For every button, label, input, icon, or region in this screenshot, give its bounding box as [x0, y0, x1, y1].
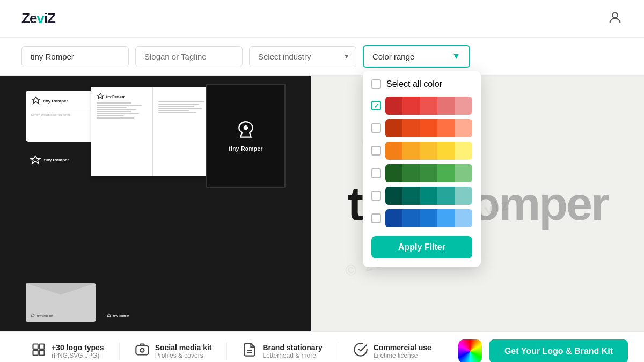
- swatch-teal-5: [455, 187, 472, 205]
- feature-commercial: Commercial use Lifetime license: [338, 342, 447, 360]
- file-icon: [242, 342, 257, 360]
- checkbox-teal[interactable]: [371, 191, 381, 201]
- apply-filter-button[interactable]: Apply Filter: [371, 236, 472, 258]
- color-range-label: Color range: [372, 52, 414, 61]
- card-dark-brand: tiny Romper: [44, 158, 69, 162]
- select-all-header: Select all color: [371, 79, 472, 89]
- svg-rect-5: [39, 350, 44, 355]
- swatch-blue-4: [437, 209, 455, 227]
- swatch-blue-3: [420, 209, 437, 227]
- swatch-yellow-2: [402, 142, 420, 160]
- notebook-brand: tiny Romper: [229, 146, 263, 152]
- slogan-input[interactable]: [135, 46, 243, 67]
- swatch-group-orange[interactable]: [385, 119, 472, 137]
- feature-commercial-subtitle: Lifetime license: [374, 352, 431, 359]
- swatch-yellow-5: [455, 142, 472, 160]
- feature-stationary-subtitle: Letterhead & more: [262, 352, 322, 359]
- svg-rect-6: [136, 346, 148, 354]
- color-row-yellow: [371, 142, 472, 160]
- notebook-dark: tiny Romper: [206, 84, 286, 188]
- select-all-label: Select all color: [386, 79, 442, 89]
- checkbox-yellow[interactable]: [371, 146, 381, 156]
- preview-left: tiny Romper Lorem ipsum dolor sit amet t…: [0, 76, 311, 331]
- main-content: tiny Romper Lorem ipsum dolor sit amet t…: [0, 76, 644, 331]
- grid-icon: [31, 342, 46, 360]
- feature-logo-types-subtitle: (PNG,SVG,JPG): [52, 352, 104, 359]
- industry-select[interactable]: Select industry Technology Fashion Food: [249, 46, 356, 67]
- svg-point-1: [244, 126, 247, 129]
- swatch-yellow-1: [385, 142, 402, 160]
- color-row-orange: [371, 119, 472, 137]
- swatch-teal-1: [385, 187, 402, 205]
- swatch-yellow-3: [420, 142, 437, 160]
- swatch-orange-5: [455, 119, 472, 137]
- swatch-orange-1: [385, 119, 402, 137]
- swatch-group-teal[interactable]: [385, 187, 472, 205]
- swatch-blue-1: [385, 209, 402, 227]
- envelope-group: tiny Romper: [26, 283, 96, 322]
- swatch-green-4: [437, 164, 455, 182]
- select-all-checkbox[interactable]: [371, 79, 381, 89]
- svg-point-7: [140, 348, 144, 352]
- feature-social-text: Social media kit Profiles & covers: [155, 343, 212, 359]
- swatch-group-red[interactable]: [385, 97, 472, 115]
- camera-icon: [135, 342, 150, 360]
- swatch-yellow-4: [437, 142, 455, 160]
- swatch-group-yellow[interactable]: [385, 142, 472, 160]
- swatch-green-2: [402, 164, 420, 182]
- feature-logo-types-title: +30 logo types: [52, 343, 104, 352]
- swatch-blue-2: [402, 209, 420, 227]
- bottom-bar: +30 logo types (PNG,SVG,JPG) Social medi…: [0, 331, 644, 362]
- swatch-blue-5: [455, 209, 472, 227]
- color-dropdown: Select all color: [363, 71, 481, 267]
- cta-section: Get Your Logo & Brand Kit: [458, 339, 628, 363]
- swatch-green-1: [385, 164, 402, 182]
- swatch-red-1: [385, 97, 402, 115]
- brand-name-input[interactable]: [21, 46, 129, 67]
- swatch-red-2: [402, 97, 420, 115]
- swatch-red-5: [455, 97, 472, 115]
- brand-preview-text-fade: omper: [471, 176, 608, 231]
- card-brand-name: tiny Romper: [43, 99, 68, 104]
- feature-stationary-text: Brand stationary Letterhead & more: [262, 343, 322, 359]
- check-circle-icon: [353, 342, 368, 360]
- svg-rect-3: [39, 344, 44, 349]
- user-icon[interactable]: [608, 10, 623, 27]
- color-range-dropdown-wrapper: Color range ▼ Select all color: [363, 45, 470, 68]
- swatch-orange-3: [420, 119, 437, 137]
- feature-commercial-title: Commercial use: [374, 343, 431, 352]
- header: ZeviZ: [0, 0, 644, 38]
- swatch-group-green[interactable]: [385, 164, 472, 182]
- svg-rect-2: [33, 344, 38, 349]
- swatch-group-blue[interactable]: [385, 209, 472, 227]
- checkbox-green[interactable]: [371, 168, 381, 178]
- feature-logo-types: +30 logo types (PNG,SVG,JPG): [16, 342, 120, 360]
- swatch-teal-3: [420, 187, 437, 205]
- feature-stationary-title: Brand stationary: [262, 343, 322, 352]
- swatch-red-4: [437, 97, 455, 115]
- swatch-green-3: [420, 164, 437, 182]
- checkbox-red[interactable]: [371, 101, 381, 110]
- swatch-teal-4: [437, 187, 455, 205]
- checkbox-blue[interactable]: [371, 213, 381, 223]
- color-row-teal: [371, 187, 472, 205]
- cta-button[interactable]: Get Your Logo & Brand Kit: [489, 339, 628, 363]
- industry-dropdown-wrapper: Select industry Technology Fashion Food …: [249, 46, 356, 67]
- search-bar: Select industry Technology Fashion Food …: [0, 38, 644, 76]
- color-range-chevron-icon: ▼: [452, 51, 460, 61]
- swatch-green-5: [455, 164, 472, 182]
- color-range-button[interactable]: Color range ▼: [363, 45, 470, 68]
- color-row-blue: [371, 209, 472, 227]
- letterhead-open: tiny Romper: [91, 87, 215, 176]
- mockup-container: tiny Romper Lorem ipsum dolor sit amet t…: [0, 76, 311, 331]
- feature-social-subtitle: Profiles & covers: [155, 352, 212, 359]
- svg-point-0: [612, 12, 617, 17]
- dark-envelope: tiny Romper: [102, 283, 172, 322]
- color-row-red: [371, 97, 472, 115]
- color-wheel-icon: [458, 339, 482, 363]
- logo[interactable]: ZeviZ: [21, 10, 55, 27]
- swatch-red-3: [420, 97, 437, 115]
- feature-logo-types-text: +30 logo types (PNG,SVG,JPG): [52, 343, 104, 359]
- checkbox-orange[interactable]: [371, 123, 381, 133]
- color-row-green: [371, 164, 472, 182]
